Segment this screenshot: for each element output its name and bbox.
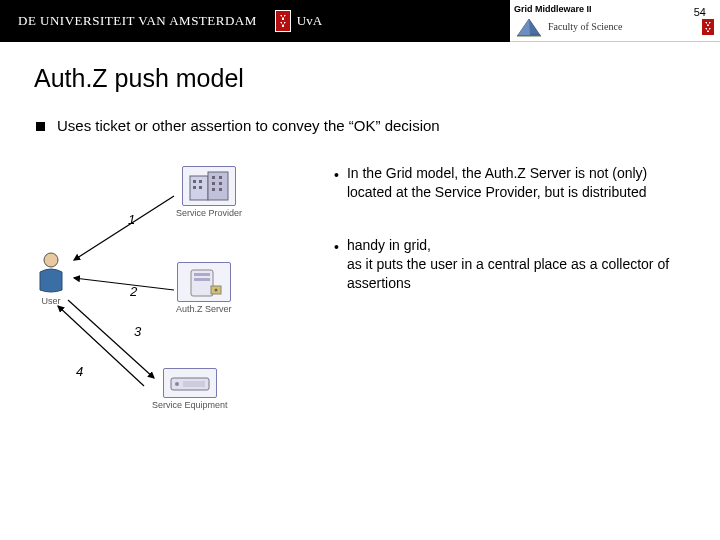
sub-bullet-1: • In the Grid model, the Auth.Z Server i… (334, 164, 676, 202)
building-icon (186, 170, 232, 202)
equipment-icon (167, 372, 213, 394)
svg-line-3 (74, 196, 174, 260)
svg-rect-10 (193, 180, 196, 183)
svg-rect-22 (194, 278, 210, 281)
uva-text: UvA (297, 13, 322, 29)
sub-bullet-2: • handy in grid, as it puts the user in … (334, 236, 676, 293)
svg-point-7 (44, 253, 58, 267)
arrow-number-4: 4 (76, 364, 83, 379)
main-bullet: Uses ticket or other assertion to convey… (34, 117, 686, 134)
svg-rect-17 (219, 182, 222, 185)
svg-rect-13 (199, 186, 202, 189)
svg-rect-27 (183, 381, 205, 387)
svg-rect-2 (517, 35, 541, 37)
body-row: User Service Provider (34, 160, 686, 460)
svg-point-24 (214, 289, 217, 292)
bullet-dot-icon: • (334, 166, 339, 185)
sp-label: Service Provider (176, 208, 242, 218)
right-column: • In the Grid model, the Auth.Z Server i… (334, 160, 686, 326)
authz-diagram: User Service Provider (34, 160, 324, 460)
user-label: User (34, 296, 68, 306)
svg-rect-16 (212, 182, 215, 185)
page-number: 54 (694, 6, 706, 18)
mini-crest-icon (702, 19, 714, 35)
svg-rect-19 (219, 188, 222, 191)
header-right-panel: Grid Middleware II Faculty of Science (510, 0, 720, 42)
square-bullet-icon (36, 122, 45, 131)
svg-rect-21 (194, 273, 210, 276)
svg-point-26 (175, 382, 179, 386)
faculty-block: Faculty of Science (516, 17, 622, 37)
sub-bullet-2-text: handy in grid, as it puts the user in a … (347, 236, 676, 293)
arrow-number-1: 1 (128, 212, 135, 227)
crest-icon (275, 10, 291, 32)
svg-rect-14 (212, 176, 215, 179)
uva-logo: UvA (275, 10, 322, 32)
main-bullet-text: Uses ticket or other assertion to convey… (57, 117, 440, 134)
slide-content: Auth.Z push model Uses ticket or other a… (0, 42, 720, 460)
arrow-number-3: 3 (134, 324, 141, 339)
svg-line-4 (74, 278, 174, 290)
university-name: DE UNIVERSITEIT VAN AMSTERDAM (0, 13, 257, 29)
arrow-number-2: 2 (130, 284, 137, 299)
slide-header: DE UNIVERSITEIT VAN AMSTERDAM UvA Grid M… (0, 0, 720, 42)
faculty-label: Faculty of Science (548, 21, 622, 32)
svg-marker-1 (518, 19, 530, 35)
svg-line-6 (58, 306, 144, 386)
node-user: User (34, 250, 68, 306)
se-label: Service Equipment (152, 400, 228, 410)
node-authz-server: Auth.Z Server (176, 262, 232, 314)
svg-rect-18 (212, 188, 215, 191)
svg-rect-11 (199, 180, 202, 183)
user-icon (34, 250, 68, 294)
node-service-provider: Service Provider (176, 166, 242, 218)
sub-bullet-1-text: In the Grid model, the Auth.Z Server is … (347, 164, 676, 202)
pyramid-icon (516, 17, 542, 37)
course-title: Grid Middleware II (514, 4, 592, 14)
slide-title: Auth.Z push model (34, 64, 686, 93)
svg-rect-12 (193, 186, 196, 189)
authz-label: Auth.Z Server (176, 304, 232, 314)
bullet-dot-icon: • (334, 238, 339, 257)
svg-rect-9 (208, 172, 228, 200)
server-icon (181, 266, 227, 298)
node-service-equipment: Service Equipment (152, 368, 228, 410)
svg-rect-15 (219, 176, 222, 179)
